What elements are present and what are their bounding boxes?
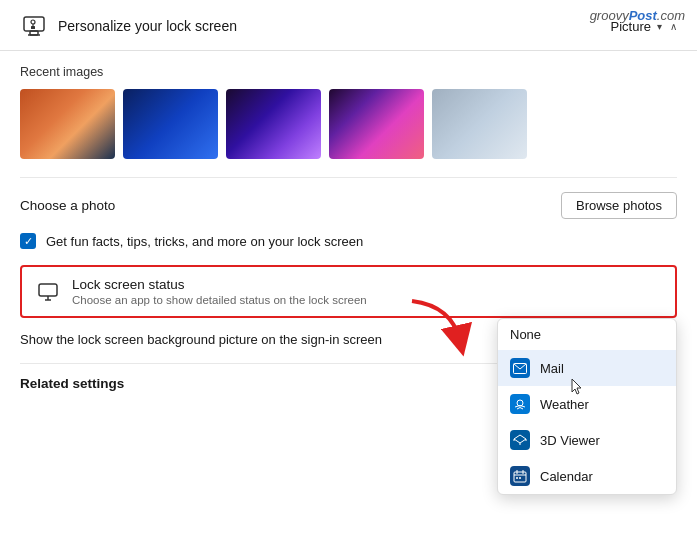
- personalize-icon: [20, 12, 48, 40]
- main-container: groovyPost.com Personalize your lock scr…: [0, 0, 697, 548]
- fun-facts-checkbox[interactable]: ✓: [20, 233, 36, 249]
- mail-icon: [510, 358, 530, 378]
- lock-status-subtitle: Choose an app to show detailed status on…: [72, 294, 367, 306]
- fun-facts-text: Get fun facts, tips, tricks, and more on…: [46, 234, 363, 249]
- watermark: groovyPost.com: [590, 8, 685, 23]
- browse-photos-button[interactable]: Browse photos: [561, 192, 677, 219]
- signin-text: Show the lock screen background picture …: [20, 332, 382, 347]
- svg-point-18: [516, 477, 518, 479]
- dropdown-item-mail[interactable]: Mail: [498, 350, 676, 386]
- recent-images-row: [20, 89, 677, 159]
- lock-status-icon: [34, 278, 62, 306]
- checkmark-icon: ✓: [24, 236, 33, 247]
- dropdown-item-weather[interactable]: Weather: [498, 386, 676, 422]
- fun-facts-row: ✓ Get fun facts, tips, tricks, and more …: [20, 233, 677, 249]
- dropdown-mail-label: Mail: [540, 361, 564, 376]
- personalize-title: Personalize your lock screen: [58, 18, 237, 34]
- thumbnail-5[interactable]: [432, 89, 527, 159]
- choose-photo-label: Choose a photo: [20, 198, 115, 213]
- svg-rect-3: [31, 26, 35, 29]
- dropdown-3dviewer-label: 3D Viewer: [540, 433, 600, 448]
- recent-images-label: Recent images: [20, 65, 677, 79]
- dropdown-overlay: None Mail Weather: [497, 318, 677, 495]
- dropdown-item-none[interactable]: None: [498, 319, 676, 350]
- 3dviewer-icon: [510, 430, 530, 450]
- thumbnail-1[interactable]: [20, 89, 115, 159]
- lock-status-texts: Lock screen status Choose an app to show…: [72, 277, 367, 306]
- dropdown-item-calendar[interactable]: Calendar: [498, 458, 676, 494]
- calendar-icon: [510, 466, 530, 486]
- weather-icon: [510, 394, 530, 414]
- svg-point-19: [519, 477, 521, 479]
- lock-status-row[interactable]: Lock screen status Choose an app to show…: [20, 265, 677, 318]
- thumbnail-2[interactable]: [123, 89, 218, 159]
- thumbnail-4[interactable]: [329, 89, 424, 159]
- dropdown-weather-label: Weather: [540, 397, 589, 412]
- related-settings-label: Related settings: [20, 376, 124, 391]
- watermark-highlight: Post: [629, 8, 657, 23]
- dropdown-calendar-label: Calendar: [540, 469, 593, 484]
- dropdown-item-3dviewer[interactable]: 3D Viewer: [498, 422, 676, 458]
- header-left: Personalize your lock screen: [20, 12, 237, 40]
- svg-marker-10: [514, 435, 526, 443]
- choose-photo-row: Choose a photo Browse photos: [20, 192, 677, 219]
- thumbnail-3[interactable]: [226, 89, 321, 159]
- svg-rect-5: [39, 284, 57, 296]
- lock-status-title: Lock screen status: [72, 277, 367, 292]
- divider-1: [20, 177, 677, 178]
